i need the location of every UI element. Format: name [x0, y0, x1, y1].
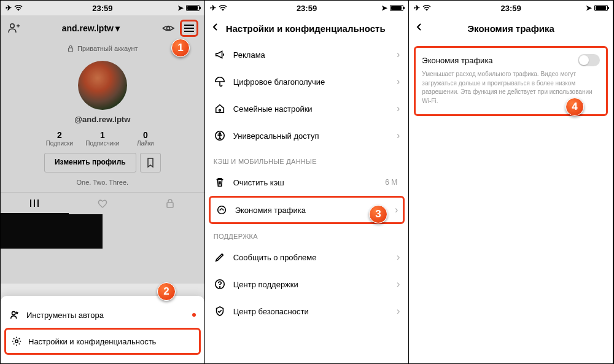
row-clear-cache[interactable]: Очистить кэш 6 M [205, 169, 409, 196]
svg-point-14 [427, 10, 428, 11]
svg-point-8 [219, 109, 220, 111]
step-badge-1: 1 [171, 39, 190, 57]
notification-dot [192, 313, 196, 317]
umbrella-icon [214, 76, 226, 88]
svg-point-5 [12, 312, 15, 315]
tab-grid[interactable] [1, 193, 69, 214]
status-bar: ✈ 23:59 ➤ [409, 1, 613, 15]
wifi-icon [14, 5, 23, 11]
video-thumb-placeholder [1, 214, 103, 249]
chevron-right-icon: › [397, 279, 400, 290]
bio-text: One. Two. Three. [1, 179, 204, 186]
bookmark-button[interactable] [140, 153, 161, 172]
svg-point-7 [222, 10, 223, 11]
svg-point-1 [10, 24, 14, 28]
chevron-right-icon: › [395, 204, 398, 215]
status-time: 23:59 [92, 4, 112, 13]
shield-icon [214, 305, 226, 317]
step-badge-2: 2 [157, 282, 176, 301]
avatar[interactable] [78, 61, 127, 110]
wifi-icon [422, 5, 431, 11]
chevron-right-icon: › [397, 252, 400, 263]
profile-top-bar: and.rew.lptw ▾ [1, 15, 204, 41]
profile-tabs [1, 192, 204, 214]
status-bar: ✈ 23:59 ➤ [1, 1, 204, 15]
airplane-icon: ✈ [6, 4, 12, 12]
eye-icon[interactable] [161, 21, 175, 35]
help-icon [214, 278, 226, 290]
svg-rect-3 [69, 48, 73, 52]
section-support: ПОДДЕРЖКА [205, 224, 409, 244]
tab-liked[interactable] [69, 193, 137, 214]
back-button[interactable] [211, 23, 226, 34]
phone-settings: ✈ 23:59 ➤ Настройки и конфиденциальность… [205, 1, 410, 363]
svg-point-13 [219, 287, 220, 287]
settings-header: Настройки и конфиденциальность [205, 15, 409, 41]
chevron-right-icon: › [397, 49, 400, 60]
data-saver-toggle[interactable] [578, 54, 600, 66]
stats-row: 2 Подписки 1 Подписчики 0 Лайки [1, 130, 204, 147]
svg-point-0 [18, 10, 19, 11]
chevron-right-icon: › [397, 130, 400, 141]
tab-private[interactable] [136, 193, 204, 214]
row-accessibility[interactable]: Универсальный доступ › [205, 122, 409, 149]
location-icon: ➤ [586, 4, 592, 12]
svg-rect-4 [167, 203, 173, 207]
chevron-right-icon: › [397, 76, 400, 87]
airplane-icon: ✈ [414, 4, 420, 12]
row-family[interactable]: Семейные настройки › [205, 95, 409, 122]
wifi-icon [219, 5, 227, 11]
chevron-right-icon: › [397, 103, 400, 114]
battery-icon [186, 5, 200, 11]
battery-icon [594, 5, 608, 11]
handle: @and.rew.lptw [1, 115, 204, 124]
status-time: 23:59 [501, 4, 521, 13]
data-saver-switch-label: Экономия трафика [422, 56, 492, 65]
username-dropdown[interactable]: and.rew.lptw ▾ [25, 23, 157, 33]
add-person-icon[interactable] [7, 21, 20, 35]
battery-icon [390, 5, 403, 11]
settings-title: Настройки и конфиденциальность [226, 23, 403, 34]
section-cache: КЭШ И МОБИЛЬНЫЕ ДАННЫЕ [205, 149, 409, 169]
location-icon: ➤ [177, 4, 184, 12]
popup-settings-privacy[interactable]: Настройки и конфиденциальность [4, 328, 201, 355]
data-saver-title: Экономия трафика [415, 23, 607, 34]
menu-button[interactable] [180, 20, 198, 37]
step-badge-3: 3 [369, 205, 387, 223]
stat-following[interactable]: 2 Подписки [41, 130, 78, 147]
airplane-icon: ✈ [210, 4, 216, 12]
data-saver-icon [216, 204, 228, 216]
megaphone-icon [214, 48, 226, 61]
pencil-icon [214, 251, 226, 263]
row-help[interactable]: Центр поддержки › [205, 271, 409, 298]
row-safety[interactable]: Центр безопасности › [205, 298, 409, 325]
step-badge-4: 4 [565, 98, 584, 116]
location-icon: ➤ [381, 4, 387, 12]
trash-icon [214, 176, 226, 188]
accessibility-icon [214, 130, 226, 142]
edit-profile-button[interactable]: Изменить профиль [44, 153, 136, 172]
status-time: 23:59 [297, 4, 317, 13]
row-wellbeing[interactable]: Цифровое благополучие › [205, 68, 409, 95]
svg-point-11 [217, 206, 225, 214]
data-saver-header: Экономия трафика [409, 15, 613, 41]
stat-likes[interactable]: 0 Лайки [127, 130, 164, 147]
popup-creator-tools[interactable]: Инструменты автора [1, 302, 204, 328]
chevron-right-icon: › [397, 306, 400, 317]
home-icon [214, 103, 226, 115]
cache-size: 6 M [385, 178, 397, 187]
profile-menu-popup: Инструменты автора Настройки и конфиденц… [1, 296, 204, 363]
svg-point-2 [166, 27, 169, 30]
svg-point-6 [15, 340, 18, 343]
svg-point-10 [219, 133, 220, 134]
chevron-down-icon: ▾ [115, 23, 120, 33]
status-bar: ✈ 23:59 ➤ [205, 1, 409, 15]
stat-followers[interactable]: 1 Подписчики [84, 130, 121, 147]
row-report[interactable]: Сообщить о проблеме › [205, 244, 409, 271]
phone-data-saver: ✈ 23:59 ➤ Экономия трафика Экономия траф… [409, 1, 613, 363]
row-ads[interactable]: Реклама › [205, 41, 409, 68]
